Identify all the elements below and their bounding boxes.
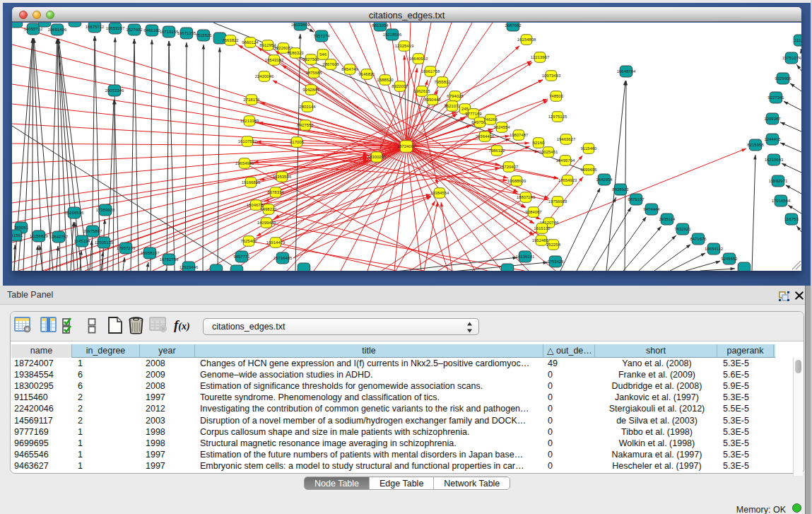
svg-text:20206536: 20206536 xyxy=(65,211,84,215)
svg-text:9084067: 9084067 xyxy=(525,210,542,214)
svg-text:7986322: 7986322 xyxy=(488,148,505,153)
svg-text:10653267: 10653267 xyxy=(106,26,125,30)
svg-text:16543382: 16543382 xyxy=(265,58,284,62)
svg-text:1753426: 1753426 xyxy=(547,259,564,264)
svg-text:16875712: 16875712 xyxy=(86,25,105,29)
svg-text:748500: 748500 xyxy=(549,94,564,98)
svg-text:8990443: 8990443 xyxy=(424,98,441,102)
svg-text:20975867: 20975867 xyxy=(83,229,102,233)
svg-text:18807249: 18807249 xyxy=(517,195,536,199)
svg-text:18495794: 18495794 xyxy=(556,158,575,163)
svg-text:17957273: 17957273 xyxy=(117,246,136,250)
svg-text:9327508: 9327508 xyxy=(302,57,319,62)
svg-text:245: 245 xyxy=(461,107,469,111)
svg-text:7663822: 7663822 xyxy=(222,38,239,42)
svg-text:19756928: 19756928 xyxy=(548,199,567,204)
svg-text:17654923: 17654923 xyxy=(558,178,577,182)
svg-text:1362615: 1362615 xyxy=(413,89,430,93)
svg-text:12975125: 12975125 xyxy=(548,115,567,119)
svg-text:15692971: 15692971 xyxy=(769,179,788,183)
svg-text:9777169: 9777169 xyxy=(465,112,482,116)
svg-text:9115460: 9115460 xyxy=(581,146,598,151)
svg-text:19384554: 19384554 xyxy=(430,191,449,195)
svg-text:317006: 317006 xyxy=(290,140,305,144)
svg-text:746266: 746266 xyxy=(483,117,498,122)
svg-text:16107552: 16107552 xyxy=(238,139,257,144)
svg-text:10688609: 10688609 xyxy=(507,179,526,183)
svg-text:3624554: 3624554 xyxy=(493,125,510,129)
svg-text:22420046: 22420046 xyxy=(255,74,274,78)
svg-text:17359928: 17359928 xyxy=(96,208,115,212)
svg-text:1640954: 1640954 xyxy=(596,177,613,182)
svg-text:8678334: 8678334 xyxy=(267,190,284,194)
svg-text:19166825: 19166825 xyxy=(242,180,261,185)
svg-text:7955812: 7955812 xyxy=(434,80,451,84)
svg-text:16154808: 16154808 xyxy=(517,37,536,42)
svg-text:16961758: 16961758 xyxy=(421,69,440,74)
svg-text:8427552: 8427552 xyxy=(297,123,314,127)
svg-text:19654985: 19654985 xyxy=(235,161,254,165)
svg-text:3875685: 3875685 xyxy=(305,71,322,75)
svg-text:10025451: 10025451 xyxy=(539,150,558,154)
svg-text:7632621: 7632621 xyxy=(674,227,691,231)
svg-text:3186323: 3186323 xyxy=(287,51,304,55)
svg-text:16671355: 16671355 xyxy=(177,31,196,35)
svg-text:16210643: 16210643 xyxy=(765,158,784,162)
svg-text:9857771: 9857771 xyxy=(233,255,250,259)
svg-text:385051: 385051 xyxy=(14,226,29,230)
svg-text:2718176: 2718176 xyxy=(243,98,260,102)
svg-text:2935114: 2935114 xyxy=(659,217,676,221)
svg-text:12842757: 12842757 xyxy=(49,235,69,239)
svg-text:8471676: 8471676 xyxy=(690,237,707,241)
svg-text:17016504: 17016504 xyxy=(772,199,791,203)
svg-text:9660124: 9660124 xyxy=(242,40,259,45)
svg-text:16782759: 16782759 xyxy=(160,257,179,262)
svg-text:14099489: 14099489 xyxy=(257,221,276,225)
svg-text:991591: 991591 xyxy=(12,233,23,238)
svg-text:1527602: 1527602 xyxy=(126,28,143,32)
svg-text:9699695: 9699695 xyxy=(580,168,597,172)
svg-text:11124: 11124 xyxy=(794,38,801,42)
svg-text:20364436: 20364436 xyxy=(476,134,495,139)
svg-text:18300295: 18300295 xyxy=(367,155,387,159)
svg-text:12923446: 12923446 xyxy=(180,265,199,269)
svg-text:11353594: 11353594 xyxy=(273,175,292,179)
svg-text:8215958: 8215958 xyxy=(747,143,764,147)
svg-text:2803144: 2803144 xyxy=(299,105,316,109)
svg-text:9329906: 9329906 xyxy=(775,76,792,81)
svg-text:9474444: 9474444 xyxy=(643,207,660,211)
svg-text:12213967: 12213967 xyxy=(531,55,550,59)
svg-text:4498222: 4498222 xyxy=(260,207,277,211)
svg-text:1209387: 1209387 xyxy=(764,117,781,121)
svg-text:9146821: 9146821 xyxy=(358,72,375,76)
svg-text:14055712: 14055712 xyxy=(24,27,43,31)
svg-text:9242845: 9242845 xyxy=(302,88,319,92)
svg-text:62160: 62160 xyxy=(533,141,545,145)
svg-text:16914479: 16914479 xyxy=(266,240,286,245)
svg-text:20691406: 20691406 xyxy=(48,28,67,32)
svg-text:9227341: 9227341 xyxy=(767,95,784,100)
svg-text:10958107: 10958107 xyxy=(141,251,160,255)
svg-text:1145194: 1145194 xyxy=(74,239,91,243)
svg-text:15716485: 15716485 xyxy=(273,256,293,260)
svg-text:8322037: 8322037 xyxy=(392,84,408,88)
svg-text:7357274: 7357274 xyxy=(313,34,330,38)
svg-text:2687682: 2687682 xyxy=(505,23,522,28)
svg-text:16640910: 16640910 xyxy=(409,57,428,61)
svg-text:16033809: 16033809 xyxy=(291,23,310,27)
svg-text:19218506: 19218506 xyxy=(383,33,402,37)
svg-text:12325419: 12325419 xyxy=(395,44,414,48)
svg-text:8813054: 8813054 xyxy=(372,23,389,28)
svg-text:9245652: 9245652 xyxy=(721,257,738,261)
svg-text:14136141: 14136141 xyxy=(516,255,535,259)
svg-text:1615132: 1615132 xyxy=(534,226,551,230)
svg-text:6794028: 6794028 xyxy=(447,94,464,98)
svg-text:11156829: 11156829 xyxy=(30,234,48,238)
svg-text:1588520: 1588520 xyxy=(377,78,394,82)
svg-text:6466160: 6466160 xyxy=(143,28,160,33)
svg-text:252254: 252254 xyxy=(546,243,561,247)
svg-text:8454749: 8454749 xyxy=(341,67,358,71)
svg-text:12213389: 12213389 xyxy=(240,119,259,123)
svg-text:19463627: 19463627 xyxy=(557,137,576,141)
svg-text:7625402: 7625402 xyxy=(240,239,257,243)
